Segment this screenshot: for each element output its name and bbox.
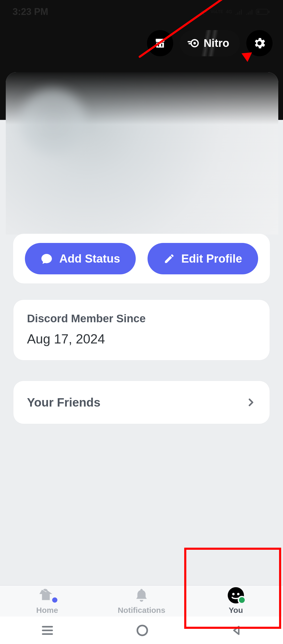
profile-action-card: Add Status Edit Profile — [13, 234, 270, 284]
tab-notifications[interactable]: Notifications — [94, 586, 189, 617]
annotation-highlight-box — [184, 548, 281, 629]
signal-icon — [235, 9, 243, 15]
nitro-icon — [188, 37, 200, 49]
tab-notifications-label: Notifications — [118, 606, 165, 615]
your-friends-row[interactable]: Your Friends — [13, 381, 270, 424]
recent-apps-button[interactable] — [41, 625, 54, 636]
tab-home-label: Home — [36, 606, 58, 615]
status-icons: VoLTE 4G — [199, 8, 270, 15]
status-time: 3:23 PM — [13, 6, 48, 17]
gear-icon — [252, 36, 266, 50]
edit-profile-button[interactable]: Edit Profile — [148, 243, 258, 274]
svg-rect-2 — [257, 10, 259, 13]
chevron-right-icon — [246, 397, 256, 408]
member-since-label: Discord Member Since — [27, 312, 256, 325]
pencil-icon — [164, 253, 175, 264]
profile-banner — [6, 72, 278, 235]
add-status-label: Add Status — [59, 252, 120, 265]
svg-point-8 — [137, 625, 147, 635]
notification-dot — [51, 596, 58, 604]
volte-icon: VoLTE — [211, 10, 223, 14]
battery-icon — [256, 8, 270, 15]
your-friends-label: Your Friends — [27, 395, 100, 409]
member-since-value: Aug 17, 2024 — [27, 331, 256, 347]
avatar — [19, 88, 87, 156]
network-4g-icon: 4G — [226, 9, 232, 15]
tab-home[interactable]: Home — [0, 586, 94, 617]
chat-bubble-icon — [40, 252, 53, 265]
svg-point-4 — [193, 42, 196, 45]
nitro-label: Nitro — [204, 37, 229, 49]
header-actions: Nitro — [147, 30, 273, 56]
nitro-button[interactable]: Nitro — [180, 30, 240, 56]
svg-rect-1 — [268, 11, 270, 13]
add-status-button[interactable]: Add Status — [25, 243, 136, 274]
edit-profile-label: Edit Profile — [181, 252, 242, 265]
member-since-card: Discord Member Since Aug 17, 2024 — [13, 299, 270, 360]
signal-icon-2 — [245, 9, 253, 15]
status-bar: 3:23 PM VoLTE 4G — [0, 0, 283, 24]
bell-icon — [134, 588, 149, 603]
home-button[interactable] — [136, 624, 149, 637]
